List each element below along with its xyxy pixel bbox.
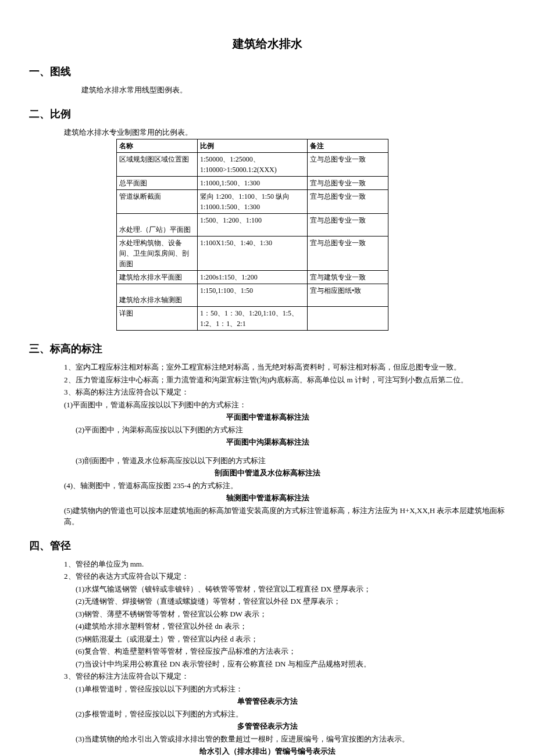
cell-note: 宜与总图专业一致 xyxy=(308,190,388,214)
section-2-intro: 建筑给水排水专业制图常用的比例表。 xyxy=(64,127,506,138)
cell-note: 立与总图专业一致 xyxy=(308,153,388,177)
cell-note: 宜与总图专业一致 xyxy=(308,214,388,237)
cell-name: 管道纵断截面 xyxy=(117,190,198,214)
cell-note: 宜与建筑专业一致 xyxy=(308,271,388,284)
cell-note: 宜与相应图纸•致 xyxy=(308,284,388,307)
s3-caption-3: 剖面图中管道及水位标高标注法 xyxy=(29,467,506,479)
table-row: 区域规划图区域位置图 1:50000、1:25000、1:10000>1:500… xyxy=(117,153,388,177)
cell-name: 水处理.（厂站）平面图 xyxy=(117,214,198,237)
s3-caption-4: 轴测图中管道标高标注法 xyxy=(29,492,506,504)
s3-p3: 3、标高的标注方法应符合以下规定： xyxy=(64,386,506,398)
section-1-heading: 一、图线 xyxy=(29,64,506,80)
s4-p2: 2、管径的表达方式应符合以下规定： xyxy=(64,571,506,582)
cell-note xyxy=(308,307,388,331)
cell-scale: 1:200s1:150、1:200 xyxy=(198,271,308,284)
s4-p7: (5)钢筋混凝土（或混凝土）管，管径宜以内径 d 表示； xyxy=(76,633,506,645)
s4-p6: (4)建筑给水排水塑料管材，管径宜以外径 dn 表示； xyxy=(76,621,506,632)
table-row: 水处理构筑物、设备间、卫生间泵房间、剖面图 1:100X1:50、1:40、1:… xyxy=(117,237,388,271)
s4-caption-3: 给水引入（排水排出）管编号编号表示法 xyxy=(29,746,506,756)
cell-scale: 1:100X1:50、1:40、1:30 xyxy=(198,237,308,271)
table-row: 建筑给水排水轴测图 1:150,1:100、1:50 宜与相应图纸•致 xyxy=(117,284,388,307)
table-row: 总平面图 1:1000,1:500、1:300 宜与总图专业一致 xyxy=(117,177,388,190)
cell-scale: 1：50、1：30、1:20,1:10、1:5、1:2、1：1、2:1 xyxy=(198,307,308,331)
s4-p4: (2)无缝钢管、焊接钢管（直缝或螺旋缝）等管材，管径宜以外径 DX 壁厚表示； xyxy=(76,596,506,607)
cell-note: 宜与总图专业一致 xyxy=(308,237,388,271)
section-4-heading: 四、管径 xyxy=(29,538,506,554)
cell-name: 建筑给水排水平面图 xyxy=(117,271,198,284)
cell-name: 总平面图 xyxy=(117,177,198,190)
s4-p8: (6)复合管、构造壁塑料管等管材，管径应按产品标准的方法表示； xyxy=(76,646,506,657)
s4-p5: (3)钢管、薄壁不锈钢管等管材，管径宜以公称 DW 表示； xyxy=(76,608,506,620)
cell-scale: 1:500、1:200、1:100 xyxy=(198,214,308,237)
s3-p6: (3)剖面图中，管道及水位标高应按以以下列图的方式标注 xyxy=(76,455,506,467)
s4-p1: 1、管径的单位应为 mm. xyxy=(64,558,506,570)
s4-p9: (7)当设计中均采用公称直径 DN 表示管径时，应有公称直径 DN 与相应产品规… xyxy=(76,658,506,670)
s4-p3: (1)水煤气输送钢管（镀锌或非镀锌）、铸铁管等管材，管径宜以工程直径 DX 壁厚… xyxy=(76,583,506,595)
cell-name: 水处理构筑物、设备间、卫生间泵房间、剖面图 xyxy=(117,237,198,271)
th-scale: 比例 xyxy=(198,139,308,153)
s3-p1: 1、室内工程应标注相对标高；室外工程宜标注绝对标高，当无绝对标高资料时，可标注相… xyxy=(64,361,506,373)
cell-scale: 1:150,1:100、1:50 xyxy=(198,284,308,307)
s3-p7: (4)、轴测图中，管道标高应按图 235-4 的方式标注。 xyxy=(64,480,506,492)
s3-caption-1: 平面图中管道标高标注法 xyxy=(29,411,506,423)
s4-caption-1: 单管管径表示方法 xyxy=(29,696,506,707)
s3-p2: 2、压力管道应标注中心标高；重力流管道和沟渠宜标注管(沟)内底标高。标高单位以 … xyxy=(64,374,506,386)
cell-name: 区域规划图区域位置图 xyxy=(117,153,198,177)
table-row: 管道纵断截面 竖向 1:200、1:100、1:50 纵向 1:1000.1:5… xyxy=(117,190,388,214)
s4-p12: (2)多根管道时，管径应按以以下列图的方式标注。 xyxy=(76,708,506,720)
section-3-heading: 三、标高的标注 xyxy=(29,341,506,357)
th-note: 备注 xyxy=(308,139,388,153)
s3-p8: (5)建筑物内的管道也可以按本层建筑地面的标高加管道安装高度的方式标注管道标高，… xyxy=(64,505,506,528)
table-header-row: 名称 比例 备注 xyxy=(117,139,388,153)
table-row: 建筑给水排水平面图 1:200s1:150、1:200 宜与建筑专业一致 xyxy=(117,271,388,284)
s4-caption-2: 多管管径表示方法 xyxy=(29,721,506,732)
s3-p4: (1)平面图中，管道标高应按以以下列图中的方式标注： xyxy=(64,399,506,411)
scale-table: 名称 比例 备注 区域规划图区域位置图 1:50000、1:25000、1:10… xyxy=(116,139,388,331)
s4-p13: (3)当建筑物的给水引出入管或排水排出管的数量超过一根时，应进展编号，编号宜按图… xyxy=(76,733,506,745)
s3-caption-2: 平面图中沟渠标高标注法 xyxy=(29,436,506,448)
cell-scale: 1:50000、1:25000、1:10000>1:5000.1:2(XXX) xyxy=(198,153,308,177)
table-row: 水处理.（厂站）平面图 1:500、1:200、1:100 宜与总图专业一致 xyxy=(117,214,388,237)
page-title: 建筑给水排水 xyxy=(29,35,506,52)
cell-name: 详图 xyxy=(117,307,198,331)
cell-scale: 1:1000,1:500、1:300 xyxy=(198,177,308,190)
s3-p5: (2)平面图中，沟渠标高应按以以下列图的方式标注 xyxy=(76,424,506,436)
cell-note: 宜与总图专业一致 xyxy=(308,177,388,190)
th-name: 名称 xyxy=(117,139,198,153)
s4-p11: (1)单根管道时，管径应按以以下列图的方式标注： xyxy=(76,683,506,695)
cell-scale: 竖向 1:200、1:100、1:50 纵向 1:1000.1:500、1:30… xyxy=(198,190,308,214)
section-2-heading: 二、比例 xyxy=(29,106,506,122)
s4-p10: 3、管径的标注方法应符合以下规定： xyxy=(64,671,506,682)
cell-name: 建筑给水排水轴测图 xyxy=(117,284,198,307)
section-1-text: 建筑给水排水常用线型图例表。 xyxy=(81,84,506,96)
table-row: 详图 1：50、1：30、1:20,1:10、1:5、1:2、1：1、2:1 xyxy=(117,307,388,331)
